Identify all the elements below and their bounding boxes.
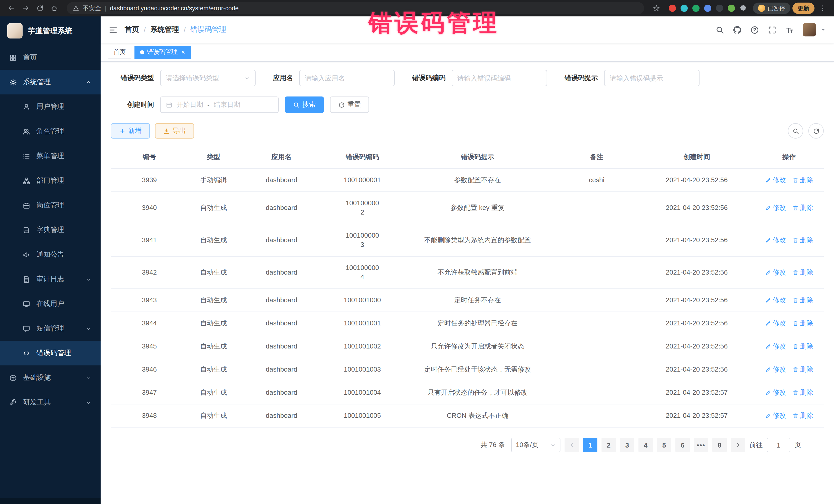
extension-red-icon[interactable] bbox=[668, 5, 676, 12]
delete-link[interactable]: 删除 bbox=[792, 295, 813, 305]
bookmark-star-icon[interactable] bbox=[650, 2, 662, 14]
tab-error-code[interactable]: 错误码管理 × bbox=[134, 45, 191, 59]
delete-link[interactable]: 删除 bbox=[792, 342, 813, 351]
extension-teal-icon[interactable] bbox=[680, 5, 687, 12]
tab-home[interactable]: 首页 bbox=[108, 45, 131, 59]
filter-app-input[interactable] bbox=[299, 70, 395, 86]
edit-link[interactable]: 修改 bbox=[765, 411, 786, 420]
sidebar-item-gear[interactable]: 系统管理 bbox=[0, 70, 101, 94]
row-remark bbox=[554, 409, 639, 422]
chevron-up-icon bbox=[86, 79, 91, 85]
delete-link[interactable]: 删除 bbox=[792, 236, 813, 245]
edit-link[interactable]: 修改 bbox=[765, 203, 786, 213]
edit-link[interactable]: 修改 bbox=[765, 319, 786, 328]
search-icon[interactable] bbox=[716, 25, 724, 34]
sidebar-item-dashboard[interactable]: 首页 bbox=[0, 45, 101, 70]
font-size-icon[interactable] bbox=[785, 25, 794, 34]
sidebar-item-message[interactable]: 短信管理 bbox=[0, 316, 101, 341]
sidebar-item-menu[interactable]: 菜单管理 bbox=[0, 144, 101, 168]
profile-paused-badge[interactable]: 已暂停 bbox=[753, 3, 790, 14]
prev-page-button[interactable] bbox=[565, 438, 579, 452]
sidebar-item-badge[interactable]: 岗位管理 bbox=[0, 193, 101, 218]
chevron-down-icon bbox=[550, 442, 556, 448]
tab-close-icon[interactable]: × bbox=[181, 48, 185, 56]
menu-dashboard-icon bbox=[9, 53, 17, 61]
breadcrumb-system[interactable]: 系统管理 bbox=[150, 25, 179, 35]
add-button[interactable]: 新增 bbox=[111, 123, 150, 138]
delete-link[interactable]: 删除 bbox=[792, 319, 813, 328]
goto-page-input[interactable] bbox=[767, 438, 790, 452]
page-button-2[interactable]: 2 bbox=[601, 438, 616, 452]
page-button-5[interactable]: 5 bbox=[657, 438, 671, 452]
profile-avatar-icon bbox=[758, 5, 765, 12]
sidebar-item-wrench[interactable]: 研发工具 bbox=[0, 390, 101, 415]
extension-puzzle-icon[interactable] bbox=[739, 5, 746, 12]
main: 首页 / 系统管理 / 错误码管理 首页 bbox=[101, 17, 834, 504]
logo[interactable]: 芋道管理系统 bbox=[0, 17, 101, 45]
page-size-value: 10条/页 bbox=[516, 440, 539, 450]
sidebar-item-box[interactable]: 基础设施 bbox=[0, 366, 101, 390]
row-code: 1001001001 bbox=[324, 312, 401, 335]
fullscreen-icon[interactable] bbox=[768, 25, 776, 34]
address-bar[interactable]: 不安全 | dashboard.yudao.iocoder.cn/system/… bbox=[67, 2, 644, 14]
show-search-button[interactable] bbox=[788, 123, 803, 138]
row-app: dashboard bbox=[239, 312, 324, 335]
delete-link[interactable]: 删除 bbox=[792, 411, 813, 420]
delete-link[interactable]: 删除 bbox=[792, 176, 813, 185]
edit-link[interactable]: 修改 bbox=[765, 176, 786, 185]
extension-green-v-icon[interactable] bbox=[692, 5, 699, 12]
extension-blue-grid-icon[interactable] bbox=[704, 5, 711, 12]
delete-link[interactable]: 删除 bbox=[792, 365, 813, 374]
edit-link[interactable]: 修改 bbox=[765, 268, 786, 277]
reset-button[interactable]: 重置 bbox=[330, 96, 369, 113]
page-ellipsis[interactable]: ••• bbox=[694, 438, 708, 452]
sidebar-item-users[interactable]: 角色管理 bbox=[0, 119, 101, 144]
sidebar-item-user[interactable]: 用户管理 bbox=[0, 94, 101, 119]
sidebar-item-monitor[interactable]: 在线用户 bbox=[0, 291, 101, 316]
browser-home-icon[interactable] bbox=[48, 2, 61, 14]
delete-link[interactable]: 删除 bbox=[792, 203, 813, 213]
filter-date-range[interactable]: 开始日期 - 结束日期 bbox=[160, 96, 279, 113]
next-page-button[interactable] bbox=[731, 438, 745, 452]
sidebar-item-megaphone[interactable]: 通知公告 bbox=[0, 242, 101, 267]
row-time: 2021-04-20 23:52:56 bbox=[639, 289, 754, 311]
search-button[interactable]: 搜索 bbox=[285, 96, 324, 113]
breadcrumb-home[interactable]: 首页 bbox=[125, 25, 139, 35]
page-button-8[interactable]: 8 bbox=[712, 438, 727, 452]
export-button[interactable]: 导出 bbox=[155, 123, 194, 138]
filter-code-input[interactable] bbox=[452, 70, 547, 86]
help-icon[interactable] bbox=[750, 25, 759, 34]
github-icon[interactable] bbox=[733, 25, 742, 34]
sidebar-toggle-icon[interactable] bbox=[109, 25, 117, 34]
update-button[interactable]: 更新 bbox=[792, 3, 814, 14]
sidebar-item-tree[interactable]: 部门管理 bbox=[0, 168, 101, 193]
browser-forward-icon[interactable] bbox=[20, 2, 32, 14]
active-tab-dot bbox=[140, 50, 144, 54]
sidebar-item-code[interactable]: 错误码管理 bbox=[0, 341, 101, 366]
refresh-table-button[interactable] bbox=[808, 123, 824, 138]
page-button-1[interactable]: 1 bbox=[583, 438, 597, 452]
page-button-3[interactable]: 3 bbox=[620, 438, 634, 452]
sidebar-item-book[interactable]: 字典管理 bbox=[0, 218, 101, 242]
sidebar-item-document[interactable]: 审计日志 bbox=[0, 267, 101, 291]
browser-reload-icon[interactable] bbox=[34, 2, 46, 14]
edit-link[interactable]: 修改 bbox=[765, 388, 786, 397]
edit-link[interactable]: 修改 bbox=[765, 236, 786, 245]
edit-link[interactable]: 修改 bbox=[765, 342, 786, 351]
filter-hint-input[interactable] bbox=[604, 70, 700, 86]
page-size-select[interactable]: 10条/页 bbox=[511, 438, 561, 452]
user-avatar[interactable] bbox=[803, 23, 816, 37]
extension-leaf-icon[interactable] bbox=[727, 5, 735, 12]
page-button-4[interactable]: 4 bbox=[638, 438, 653, 452]
row-remark bbox=[554, 234, 639, 247]
avatar-caret-down-icon[interactable] bbox=[821, 27, 826, 32]
browser-back-icon[interactable] bbox=[5, 2, 18, 14]
edit-link[interactable]: 修改 bbox=[765, 365, 786, 374]
edit-link[interactable]: 修改 bbox=[765, 295, 786, 305]
delete-link[interactable]: 删除 bbox=[792, 268, 813, 277]
browser-menu-icon[interactable] bbox=[816, 2, 829, 14]
extension-dark-icon[interactable] bbox=[716, 5, 723, 12]
delete-link[interactable]: 删除 bbox=[792, 388, 813, 397]
page-button-6[interactable]: 6 bbox=[675, 438, 690, 452]
filter-type-select[interactable]: 请选择错误码类型 bbox=[160, 70, 256, 86]
